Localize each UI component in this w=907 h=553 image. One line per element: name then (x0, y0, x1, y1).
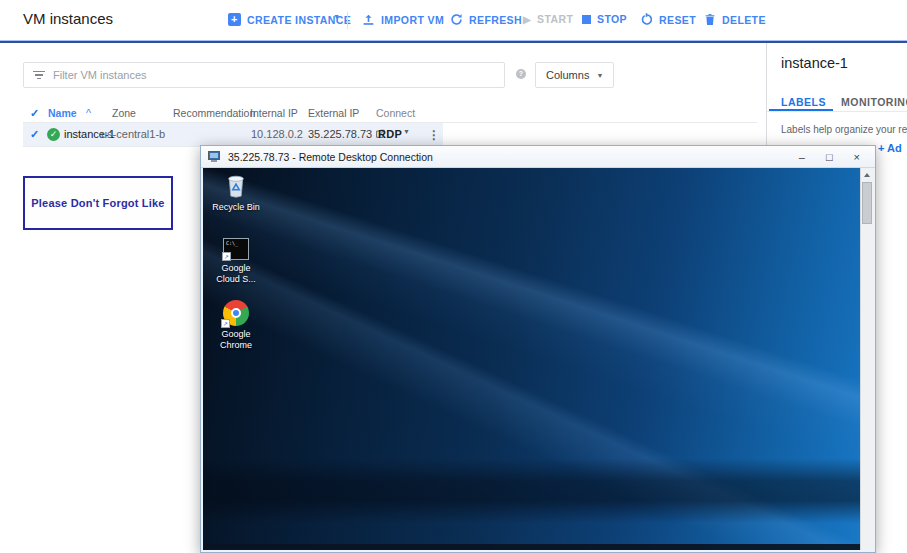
import-vm-label: IMPORT VM (381, 14, 444, 26)
play-icon: ▶ (523, 14, 531, 25)
delete-label: DELETE (722, 14, 766, 26)
note-box: Please Don't Forgot Like (23, 176, 173, 230)
columns-button[interactable]: Columns ▼ (535, 62, 614, 88)
desktop-icon-label: Google Chrome (220, 329, 252, 351)
start-button[interactable]: ▶ START (523, 13, 573, 25)
panel-divider (767, 111, 907, 112)
instance-zone: us-central1-b (101, 128, 165, 140)
refresh-icon (450, 13, 463, 26)
reset-icon (640, 13, 653, 26)
desktop-icon-label: Recycle Bin (212, 202, 260, 213)
stop-button[interactable]: STOP (582, 13, 627, 25)
column-header-zone: Zone (112, 107, 136, 119)
maximize-button[interactable]: □ (826, 147, 833, 167)
chevron-down-icon: ▼ (596, 72, 603, 79)
rdp-app-icon (208, 151, 222, 163)
rdp-dropdown-icon[interactable]: ▼ (403, 128, 410, 135)
desktop-icon-label: Google Cloud S... (216, 263, 256, 285)
rdp-window: 35.225.78.73 - Remote Desktop Connection… (200, 145, 876, 553)
refresh-button[interactable]: REFRESH (450, 13, 522, 26)
desktop-icon-google-chrome[interactable]: Google Chrome (211, 298, 261, 351)
screen: VM instances CREATE INSTANCE ▼ IMPORT VM… (0, 0, 907, 553)
add-label-link[interactable]: + Ad (878, 142, 902, 154)
internal-ip: 10.128.0.2 (251, 128, 303, 140)
scroll-up-icon[interactable] (861, 168, 873, 182)
column-header-external-ip: External IP (308, 107, 359, 119)
trash-icon (704, 13, 716, 26)
refresh-label: REFRESH (469, 14, 522, 26)
column-header-name[interactable]: Name (48, 107, 77, 119)
shortcut-arrow-icon (221, 319, 230, 328)
rdp-connect-button[interactable]: RDP (378, 128, 402, 140)
column-header-recommendation: Recommendation (173, 107, 255, 119)
select-all-checkbox[interactable]: ✓ (30, 107, 39, 120)
status-running-icon (47, 128, 60, 141)
note-text: Please Don't Forgot Like (31, 197, 164, 209)
column-header-internal-ip: Internal IP (250, 107, 298, 119)
create-instance-dropdown[interactable]: ▼ (333, 13, 340, 20)
add-box-icon (228, 13, 241, 26)
stop-icon (582, 15, 591, 24)
rdp-titlebar[interactable]: 35.225.78.73 - Remote Desktop Connection… (201, 146, 875, 168)
external-ip: 35.225.78.73 (308, 128, 372, 140)
table-row[interactable]: ✓ instance-1 us-central1-b 10.128.0.2 35… (23, 123, 443, 146)
chevron-down-icon: ▼ (333, 13, 340, 20)
filter-bar (23, 62, 505, 88)
page-title: VM instances (23, 10, 113, 27)
desktop-icon-recycle-bin[interactable]: Recycle Bin (211, 172, 261, 213)
upload-icon (362, 13, 375, 26)
chrome-icon (223, 300, 249, 326)
terminal-icon (223, 238, 249, 260)
columns-label: Columns (546, 69, 589, 81)
recycle-bin-icon (223, 172, 249, 199)
close-button[interactable]: × (854, 147, 860, 167)
scrollbar-thumb[interactable] (862, 182, 872, 224)
filter-icon (32, 71, 45, 80)
table-header-row: ✓ Name ^ Zone Recommendation Internal IP… (0, 107, 763, 123)
reset-label: RESET (659, 14, 696, 26)
toolbar-divider (347, 12, 348, 29)
reset-button[interactable]: RESET (640, 13, 696, 26)
filter-input[interactable] (53, 69, 496, 81)
minimize-button[interactable]: – (799, 147, 805, 167)
row-checkbox[interactable]: ✓ (30, 128, 39, 141)
labels-description: Labels help organize your resourc (781, 124, 907, 135)
remote-taskbar[interactable] (203, 544, 873, 550)
rdp-window-title: 35.225.78.73 - Remote Desktop Connection (228, 151, 793, 163)
import-vm-button[interactable]: IMPORT VM (362, 13, 444, 26)
panel-title: instance-1 (781, 55, 848, 71)
shortcut-arrow-icon (222, 252, 231, 261)
sort-ascending-icon[interactable]: ^ (86, 107, 91, 119)
remote-desktop[interactable]: Recycle Bin Google Cloud S... Google Chr… (203, 168, 873, 550)
start-label: START (537, 13, 573, 25)
rdp-scrollbar[interactable] (860, 168, 873, 550)
tab-monitoring[interactable]: MONITORING (841, 96, 907, 108)
row-more-menu-icon[interactable] (428, 128, 440, 142)
column-header-connect: Connect (376, 107, 415, 119)
help-icon[interactable] (516, 69, 526, 79)
tab-labels[interactable]: LABELS (781, 96, 826, 108)
delete-button[interactable]: DELETE (704, 13, 766, 26)
stop-label: STOP (597, 13, 627, 25)
desktop-icon-google-cloud-sdk[interactable]: Google Cloud S... (211, 235, 261, 285)
